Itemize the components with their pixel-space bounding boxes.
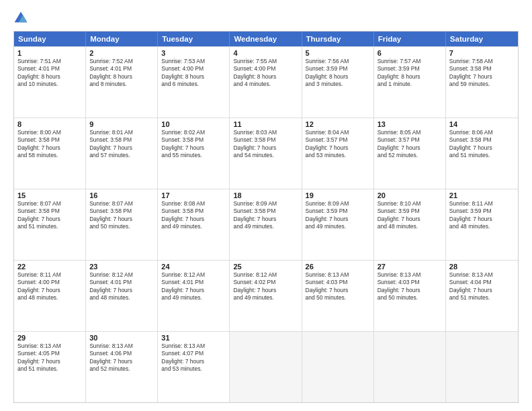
day-number: 18: [233, 191, 298, 199]
day-number: 15: [17, 191, 82, 199]
logo: [13, 11, 31, 26]
day-info: Sunrise: 7:58 AM Sunset: 3:58 PM Dayligh…: [449, 58, 515, 89]
week-row: 22Sunrise: 8:11 AM Sunset: 4:00 PM Dayli…: [14, 260, 518, 331]
day-cell: [374, 332, 446, 402]
day-cell: 24Sunrise: 8:12 AM Sunset: 4:01 PM Dayli…: [158, 261, 230, 331]
day-info: Sunrise: 8:03 AM Sunset: 3:58 PM Dayligh…: [233, 129, 298, 160]
day-info: Sunrise: 8:13 AM Sunset: 4:03 PM Dayligh…: [378, 271, 442, 302]
col-header-saturday: Saturday: [446, 32, 518, 46]
day-number: 24: [161, 263, 226, 271]
day-cell: 6Sunrise: 7:57 AM Sunset: 3:59 PM Daylig…: [374, 47, 446, 118]
day-number: 2: [89, 49, 154, 57]
calendar: SundayMondayTuesdayWednesdayThursdayFrid…: [13, 31, 519, 403]
day-info: Sunrise: 8:13 AM Sunset: 4:06 PM Dayligh…: [89, 342, 154, 373]
day-info: Sunrise: 8:07 AM Sunset: 3:58 PM Dayligh…: [89, 200, 154, 231]
day-info: Sunrise: 8:10 AM Sunset: 3:59 PM Dayligh…: [378, 200, 442, 231]
day-number: 20: [378, 191, 442, 199]
day-info: Sunrise: 8:12 AM Sunset: 4:01 PM Dayligh…: [89, 271, 154, 302]
day-number: 28: [449, 263, 515, 271]
day-cell: 1Sunrise: 7:51 AM Sunset: 4:01 PM Daylig…: [14, 47, 86, 118]
day-info: Sunrise: 8:12 AM Sunset: 4:02 PM Dayligh…: [233, 271, 298, 302]
day-cell: 21Sunrise: 8:11 AM Sunset: 3:59 PM Dayli…: [446, 189, 518, 260]
day-cell: 17Sunrise: 8:08 AM Sunset: 3:58 PM Dayli…: [158, 189, 230, 260]
day-cell: 18Sunrise: 8:09 AM Sunset: 3:58 PM Dayli…: [230, 189, 302, 260]
calendar-header: SundayMondayTuesdayWednesdayThursdayFrid…: [14, 32, 518, 46]
day-number: 26: [306, 263, 370, 271]
day-cell: 10Sunrise: 8:02 AM Sunset: 3:58 PM Dayli…: [158, 118, 230, 189]
day-info: Sunrise: 8:13 AM Sunset: 4:07 PM Dayligh…: [161, 342, 226, 373]
day-info: Sunrise: 8:01 AM Sunset: 3:58 PM Dayligh…: [89, 129, 154, 160]
day-cell: 29Sunrise: 8:13 AM Sunset: 4:05 PM Dayli…: [14, 332, 86, 402]
page: SundayMondayTuesdayWednesdayThursdayFrid…: [0, 0, 532, 411]
week-row: 1Sunrise: 7:51 AM Sunset: 4:01 PM Daylig…: [14, 46, 518, 118]
day-info: Sunrise: 8:04 AM Sunset: 3:57 PM Dayligh…: [306, 129, 370, 160]
logo-icon: [13, 11, 28, 26]
day-number: 25: [233, 263, 298, 271]
day-number: 4: [233, 49, 298, 57]
day-info: Sunrise: 8:07 AM Sunset: 3:58 PM Dayligh…: [17, 200, 82, 231]
day-number: 10: [161, 120, 226, 128]
day-cell: 9Sunrise: 8:01 AM Sunset: 3:58 PM Daylig…: [86, 118, 158, 189]
day-info: Sunrise: 8:09 AM Sunset: 3:58 PM Dayligh…: [233, 200, 298, 231]
week-row: 8Sunrise: 8:00 AM Sunset: 3:58 PM Daylig…: [14, 118, 518, 189]
day-cell: 8Sunrise: 8:00 AM Sunset: 3:58 PM Daylig…: [14, 118, 86, 189]
day-number: 29: [17, 334, 82, 342]
day-number: 22: [17, 263, 82, 271]
day-cell: 11Sunrise: 8:03 AM Sunset: 3:58 PM Dayli…: [230, 118, 302, 189]
day-cell: 25Sunrise: 8:12 AM Sunset: 4:02 PM Dayli…: [230, 261, 302, 331]
day-number: 27: [378, 263, 442, 271]
day-number: 7: [449, 49, 515, 57]
day-info: Sunrise: 8:09 AM Sunset: 3:59 PM Dayligh…: [306, 200, 370, 231]
calendar-body: 1Sunrise: 7:51 AM Sunset: 4:01 PM Daylig…: [14, 46, 518, 402]
day-number: 5: [306, 49, 370, 57]
col-header-tuesday: Tuesday: [158, 32, 230, 46]
col-header-thursday: Thursday: [302, 32, 374, 46]
day-number: 1: [17, 49, 82, 57]
day-info: Sunrise: 7:53 AM Sunset: 4:00 PM Dayligh…: [161, 58, 226, 89]
day-info: Sunrise: 8:02 AM Sunset: 3:58 PM Dayligh…: [161, 129, 226, 160]
day-number: 13: [378, 120, 442, 128]
day-number: 19: [306, 191, 370, 199]
week-row: 15Sunrise: 8:07 AM Sunset: 3:58 PM Dayli…: [14, 189, 518, 260]
day-number: 16: [89, 191, 154, 199]
day-cell: 15Sunrise: 8:07 AM Sunset: 3:58 PM Dayli…: [14, 189, 86, 260]
day-number: 9: [89, 120, 154, 128]
day-info: Sunrise: 7:52 AM Sunset: 4:01 PM Dayligh…: [89, 58, 154, 89]
day-info: Sunrise: 8:06 AM Sunset: 3:58 PM Dayligh…: [449, 129, 515, 160]
day-cell: 12Sunrise: 8:04 AM Sunset: 3:57 PM Dayli…: [302, 118, 374, 189]
day-number: 23: [89, 263, 154, 271]
day-cell: 13Sunrise: 8:05 AM Sunset: 3:57 PM Dayli…: [374, 118, 446, 189]
day-number: 14: [449, 120, 515, 128]
day-number: 21: [449, 191, 515, 199]
day-cell: 23Sunrise: 8:12 AM Sunset: 4:01 PM Dayli…: [86, 261, 158, 331]
day-cell: 28Sunrise: 8:13 AM Sunset: 4:04 PM Dayli…: [446, 261, 518, 331]
day-info: Sunrise: 8:13 AM Sunset: 4:03 PM Dayligh…: [306, 271, 370, 302]
day-info: Sunrise: 8:12 AM Sunset: 4:01 PM Dayligh…: [161, 271, 226, 302]
day-cell: [230, 332, 302, 402]
day-info: Sunrise: 8:00 AM Sunset: 3:58 PM Dayligh…: [17, 129, 82, 160]
day-cell: 2Sunrise: 7:52 AM Sunset: 4:01 PM Daylig…: [86, 47, 158, 118]
day-cell: [446, 332, 518, 402]
day-cell: 7Sunrise: 7:58 AM Sunset: 3:58 PM Daylig…: [446, 47, 518, 118]
day-info: Sunrise: 7:51 AM Sunset: 4:01 PM Dayligh…: [17, 58, 82, 89]
day-cell: 16Sunrise: 8:07 AM Sunset: 3:58 PM Dayli…: [86, 189, 158, 260]
day-cell: 3Sunrise: 7:53 AM Sunset: 4:00 PM Daylig…: [158, 47, 230, 118]
day-cell: 22Sunrise: 8:11 AM Sunset: 4:00 PM Dayli…: [14, 261, 86, 331]
day-cell: 14Sunrise: 8:06 AM Sunset: 3:58 PM Dayli…: [446, 118, 518, 189]
day-cell: 31Sunrise: 8:13 AM Sunset: 4:07 PM Dayli…: [158, 332, 230, 402]
day-cell: 19Sunrise: 8:09 AM Sunset: 3:59 PM Dayli…: [302, 189, 374, 260]
day-cell: [302, 332, 374, 402]
day-number: 3: [161, 49, 226, 57]
day-cell: 26Sunrise: 8:13 AM Sunset: 4:03 PM Dayli…: [302, 261, 374, 331]
day-cell: 4Sunrise: 7:55 AM Sunset: 4:00 PM Daylig…: [230, 47, 302, 118]
header: [13, 11, 519, 26]
day-cell: 5Sunrise: 7:56 AM Sunset: 3:59 PM Daylig…: [302, 47, 374, 118]
day-info: Sunrise: 8:13 AM Sunset: 4:05 PM Dayligh…: [17, 342, 82, 373]
day-number: 11: [233, 120, 298, 128]
day-info: Sunrise: 8:11 AM Sunset: 4:00 PM Dayligh…: [17, 271, 82, 302]
day-info: Sunrise: 8:13 AM Sunset: 4:04 PM Dayligh…: [449, 271, 515, 302]
week-row: 29Sunrise: 8:13 AM Sunset: 4:05 PM Dayli…: [14, 331, 518, 402]
col-header-wednesday: Wednesday: [230, 32, 302, 46]
day-info: Sunrise: 7:57 AM Sunset: 3:59 PM Dayligh…: [378, 58, 442, 89]
col-header-monday: Monday: [86, 32, 158, 46]
